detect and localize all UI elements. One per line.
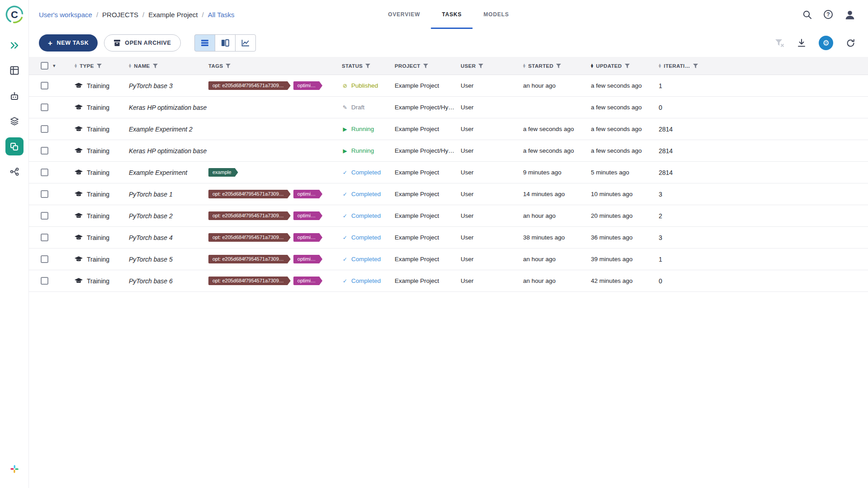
table-row[interactable]: Training Example Experiment example ✓ Co… bbox=[29, 162, 868, 183]
row-checkbox[interactable] bbox=[41, 212, 48, 220]
chart-view-toggle[interactable] bbox=[235, 34, 256, 52]
filter-icon[interactable] bbox=[423, 64, 428, 68]
tab-models[interactable]: MODELS bbox=[472, 0, 519, 29]
sidebar-item-pipelines[interactable] bbox=[5, 163, 24, 181]
sidebar-item-datasets[interactable] bbox=[5, 112, 24, 130]
started-cell: 9 minutes ago bbox=[523, 169, 591, 176]
table-row[interactable]: Training PyTorch base 1 opt: e205d684f79… bbox=[29, 183, 868, 205]
filter-icon[interactable] bbox=[153, 64, 158, 68]
search-button[interactable] bbox=[802, 10, 812, 19]
filter-icon[interactable] bbox=[556, 64, 561, 68]
auto-refresh-button[interactable] bbox=[846, 38, 855, 48]
tab-tasks[interactable]: TASKS bbox=[431, 0, 472, 29]
sidebar-item-workers[interactable] bbox=[5, 87, 24, 105]
table-row[interactable]: Training PyTorch base 3 opt: e205d684f79… bbox=[29, 75, 868, 97]
filter-icon[interactable] bbox=[226, 64, 231, 68]
select-all-checkbox[interactable] bbox=[41, 62, 48, 70]
selection-dropdown-caret[interactable]: ▾ bbox=[53, 63, 56, 69]
row-checkbox[interactable] bbox=[41, 169, 48, 176]
customize-columns-button[interactable]: ⚙ bbox=[819, 36, 833, 50]
open-archive-button[interactable]: OPEN ARCHIVE bbox=[104, 34, 180, 52]
status-label: Completed bbox=[351, 212, 381, 219]
main-content: User's workspace / PROJECTS / Example Pr… bbox=[29, 0, 868, 488]
sort-icon-active[interactable]: ▲▼ bbox=[591, 64, 593, 68]
row-checkbox[interactable] bbox=[41, 234, 48, 241]
pipelines-icon bbox=[10, 167, 19, 176]
filter-icon[interactable] bbox=[693, 64, 698, 68]
robot-icon bbox=[10, 92, 19, 100]
projects-icon bbox=[9, 142, 19, 151]
table-row[interactable]: Training PyTorch base 4 opt: e205d684f79… bbox=[29, 227, 868, 249]
table-row[interactable]: Training PyTorch base 5 opt: e205d684f79… bbox=[29, 249, 868, 270]
filter-icon[interactable] bbox=[97, 64, 102, 68]
column-header-updated[interactable]: ▲▼ UPDATED bbox=[591, 63, 659, 69]
column-header-iterations[interactable]: ▲▼ ITERATI… bbox=[659, 63, 868, 69]
column-header-status[interactable]: STATUS bbox=[342, 63, 395, 69]
training-type-icon bbox=[75, 126, 83, 132]
table-row[interactable]: Training PyTorch base 6 opt: e205d684f79… bbox=[29, 270, 868, 292]
task-type-label: Training bbox=[87, 169, 109, 176]
sort-icon[interactable]: ▲▼ bbox=[129, 64, 131, 68]
column-header-started[interactable]: ▲▼ STARTED bbox=[523, 63, 591, 69]
row-checkbox[interactable] bbox=[41, 82, 48, 89]
sort-icon[interactable]: ▲▼ bbox=[659, 64, 661, 68]
breadcrumb-workspace[interactable]: User's workspace bbox=[39, 11, 92, 19]
status-label: Completed bbox=[351, 191, 381, 197]
expand-sidebar-button[interactable] bbox=[5, 36, 24, 54]
column-label-iterations: ITERATI… bbox=[664, 63, 690, 69]
row-checkbox[interactable] bbox=[41, 125, 48, 133]
row-checkbox[interactable] bbox=[41, 103, 48, 111]
status-icon: ✓ bbox=[342, 191, 348, 197]
svg-text:C: C bbox=[11, 9, 18, 20]
project-cell: Example Project bbox=[395, 212, 461, 219]
column-header-name[interactable]: ▲▼ NAME bbox=[129, 63, 208, 69]
sort-down-arrow: ▼ bbox=[591, 66, 593, 68]
sort-icon[interactable]: ▲▼ bbox=[75, 64, 77, 68]
task-name: PyTorch base 4 bbox=[129, 234, 208, 241]
task-name: PyTorch base 1 bbox=[129, 191, 208, 198]
column-header-tags[interactable]: TAGS bbox=[208, 63, 342, 69]
top-bar: User's workspace / PROJECTS / Example Pr… bbox=[29, 0, 868, 29]
clear-filters-button[interactable] bbox=[775, 39, 784, 47]
clearml-logo[interactable]: C bbox=[5, 5, 24, 24]
filter-icon[interactable] bbox=[478, 64, 483, 68]
table-row[interactable]: Training Keras HP optimization base ✎ Dr… bbox=[29, 97, 868, 118]
row-checkbox[interactable] bbox=[41, 147, 48, 155]
sidebar-item-projects[interactable] bbox=[5, 137, 24, 155]
table-row[interactable]: Training PyTorch base 2 opt: e205d684f79… bbox=[29, 205, 868, 227]
table-view-toggle[interactable] bbox=[194, 34, 215, 52]
gear-icon: ⚙ bbox=[822, 39, 829, 47]
table-row[interactable]: Training Example Experiment 2 ▶ Running … bbox=[29, 118, 868, 140]
user-cell: User bbox=[461, 104, 523, 111]
training-type-icon bbox=[75, 235, 83, 240]
started-cell: an hour ago bbox=[523, 256, 591, 263]
breadcrumb-projects[interactable]: PROJECTS bbox=[102, 11, 138, 19]
tab-overview[interactable]: OVERVIEW bbox=[377, 0, 431, 29]
help-button[interactable]: ? bbox=[824, 10, 833, 19]
status-label: Completed bbox=[351, 169, 381, 176]
column-header-user[interactable]: USER bbox=[461, 63, 523, 69]
download-button[interactable] bbox=[797, 38, 806, 47]
sort-icon[interactable]: ▲▼ bbox=[523, 64, 525, 68]
updated-cell: 42 minutes ago bbox=[591, 277, 659, 284]
user-menu-button[interactable] bbox=[844, 9, 855, 20]
sidebar-item-dashboard[interactable] bbox=[5, 61, 24, 80]
split-view-toggle[interactable] bbox=[215, 34, 236, 52]
breadcrumb-project-name[interactable]: Example Project bbox=[148, 11, 198, 19]
started-cell: 14 minutes ago bbox=[523, 191, 591, 197]
filter-icon[interactable] bbox=[365, 64, 370, 68]
filter-icon[interactable] bbox=[625, 64, 630, 68]
breadcrumb-all-tasks[interactable]: All Tasks bbox=[208, 11, 235, 19]
grid-icon bbox=[10, 66, 19, 75]
column-label-user: USER bbox=[461, 63, 476, 69]
table-row[interactable]: Training Keras HP optimization base ▶ Ru… bbox=[29, 140, 868, 162]
status-icon: ⊘ bbox=[342, 83, 348, 89]
row-checkbox[interactable] bbox=[41, 255, 48, 263]
column-header-type[interactable]: ▲▼ TYPE bbox=[75, 63, 129, 69]
row-checkbox[interactable] bbox=[41, 190, 48, 198]
slack-link[interactable] bbox=[5, 460, 24, 478]
new-task-button[interactable]: + NEW TASK bbox=[39, 34, 98, 52]
row-checkbox[interactable] bbox=[41, 277, 48, 285]
column-header-project[interactable]: PROJECT bbox=[395, 63, 461, 69]
started-cell: an hour ago bbox=[523, 212, 591, 219]
